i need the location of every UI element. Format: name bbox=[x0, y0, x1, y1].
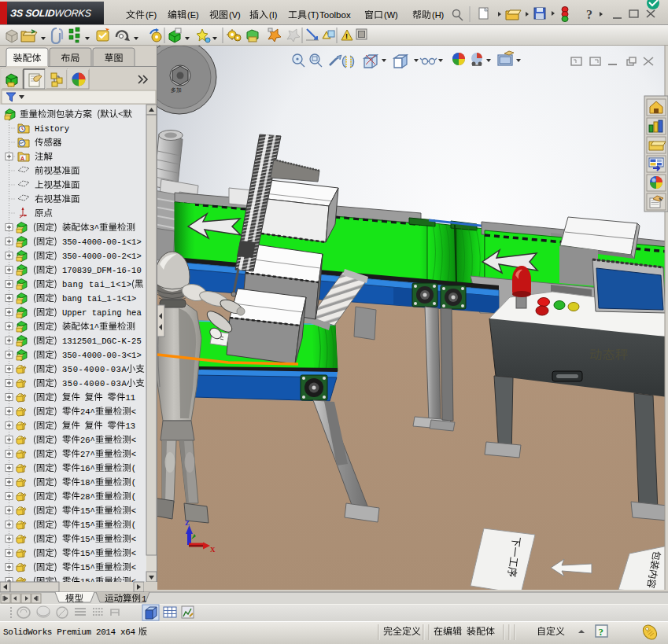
svg-text:<: < bbox=[131, 407, 136, 417]
svg-text:1: 1 bbox=[142, 594, 146, 604]
svg-text:15^: 15^ bbox=[80, 563, 95, 572]
svg-text:<: < bbox=[131, 436, 136, 445]
svg-text:bang tai_1<1>: bang tai_1<1> bbox=[62, 280, 131, 289]
svg-text:<: < bbox=[131, 450, 136, 459]
svg-text:?: ? bbox=[599, 626, 604, 638]
svg-text:350-4000-00-3<1>: 350-4000-00-3<1> bbox=[62, 351, 142, 360]
svg-text:13: 13 bbox=[125, 421, 135, 431]
svg-text:350-4000-03A: 350-4000-03A bbox=[62, 379, 127, 388]
svg-text:Upper taping hea: Upper taping hea bbox=[62, 308, 142, 318]
svg-text:26^: 26^ bbox=[80, 436, 95, 445]
svg-text:History: History bbox=[35, 124, 69, 134]
svg-text:(V): (V) bbox=[229, 10, 241, 20]
svg-text:24^: 24^ bbox=[80, 407, 95, 417]
svg-text:15^: 15^ bbox=[80, 535, 95, 544]
svg-text:<: < bbox=[131, 506, 136, 516]
svg-text:18^: 18^ bbox=[80, 478, 95, 488]
svg-text:1312501_DGC-K-25: 1312501_DGC-K-25 bbox=[62, 337, 142, 346]
svg-text:(T): (T) bbox=[308, 10, 319, 20]
svg-text:15^: 15^ bbox=[80, 521, 95, 530]
svg-text:<: < bbox=[131, 549, 136, 558]
svg-text:Toolbox: Toolbox bbox=[319, 10, 351, 20]
svg-text:(: ( bbox=[131, 492, 136, 502]
svg-text:350-4000-00-2<1>: 350-4000-00-2<1> bbox=[62, 252, 142, 261]
svg-text:170839_DFM-16-10: 170839_DFM-16-10 bbox=[62, 266, 142, 275]
svg-text:(F): (F) bbox=[146, 10, 157, 20]
svg-text:?: ? bbox=[586, 8, 592, 21]
svg-text:28^: 28^ bbox=[80, 492, 95, 502]
svg-text:bang tai_1-1<1>: bang tai_1-1<1> bbox=[62, 294, 136, 304]
svg-text:<: < bbox=[131, 563, 136, 572]
svg-text:(E): (E) bbox=[187, 10, 199, 20]
svg-text:(: ( bbox=[131, 478, 136, 488]
svg-text:(: ( bbox=[131, 464, 136, 473]
svg-text:(H): (H) bbox=[432, 10, 444, 20]
svg-text:15^: 15^ bbox=[80, 549, 95, 558]
svg-text:3^: 3^ bbox=[89, 223, 99, 233]
svg-text:1^: 1^ bbox=[89, 322, 99, 332]
svg-text:27^: 27^ bbox=[80, 450, 95, 459]
svg-text:15^: 15^ bbox=[80, 506, 95, 516]
svg-text:SolidWorks Premium 2014 x64: SolidWorks Premium 2014 x64 bbox=[3, 627, 135, 637]
svg-text:<: < bbox=[131, 535, 136, 544]
svg-text:350-4000-03A: 350-4000-03A bbox=[62, 365, 127, 374]
svg-text:(I): (I) bbox=[269, 10, 277, 20]
svg-text:350-4000-00-1<1>: 350-4000-00-1<1> bbox=[62, 237, 142, 247]
svg-text:11: 11 bbox=[125, 393, 135, 403]
svg-text:(W): (W) bbox=[384, 10, 398, 20]
svg-text:!: ! bbox=[345, 32, 348, 40]
svg-text:16^: 16^ bbox=[80, 464, 95, 473]
svg-text:(: ( bbox=[131, 521, 136, 530]
